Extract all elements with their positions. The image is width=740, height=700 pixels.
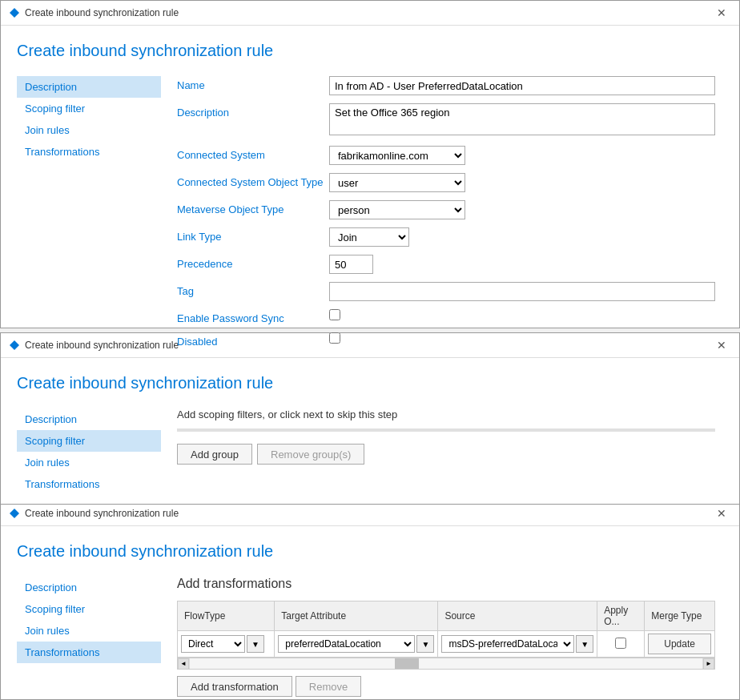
transformations-table-wrapper: FlowType Target Attribute Source Apply O…: [177, 601, 715, 670]
select-source[interactable]: msDS-preferredDataLocation: [441, 635, 574, 653]
cell-source: msDS-preferredDataLocation ▼: [438, 631, 597, 658]
form-row-name: Name: [177, 76, 715, 95]
input-tag[interactable]: [329, 282, 715, 301]
add-transformation-button[interactable]: Add transformation: [177, 676, 292, 697]
label-mv-object-type: Metaverse Object Type: [177, 200, 329, 215]
transformations-heading: Add transformations: [177, 577, 715, 591]
control-description: Set the Office 365 region: [329, 103, 715, 138]
form-row-link-type: Link Type Join: [177, 227, 715, 247]
col-header-apply: Apply O...: [597, 601, 645, 631]
main-layout-3: Description Scoping filter Join rules Tr…: [17, 577, 715, 697]
select-target-attribute[interactable]: preferredDataLocation: [278, 635, 415, 653]
form-row-cs-object-type: Connected System Object Type user: [177, 173, 715, 192]
form-row-description: Description Set the Office 365 region: [177, 103, 715, 138]
sidebar-item-scoping-3[interactable]: Scoping filter: [17, 598, 161, 620]
remove-groups-button[interactable]: Remove group(s): [257, 444, 364, 465]
select-mv-object-type[interactable]: person: [329, 200, 465, 219]
scope-text: Add scoping filters, or click next to sk…: [177, 408, 715, 420]
remove-transformation-button[interactable]: Remove: [296, 676, 361, 697]
label-name: Name: [177, 76, 329, 91]
sidebar-item-transformations-3[interactable]: Transformations: [17, 642, 161, 663]
sidebar-item-join-3[interactable]: Join rules: [17, 620, 161, 642]
select-link-type[interactable]: Join: [329, 227, 409, 247]
label-enable-password-sync: Enable Password Sync: [177, 309, 329, 324]
scroll-track[interactable]: [189, 658, 703, 669]
window-heading-3: Create inbound synchronization rule: [17, 542, 715, 561]
sidebar-item-scoping-1[interactable]: Scoping filter: [17, 98, 161, 119]
sidebar-1: Description Scoping filter Join rules Tr…: [17, 76, 161, 356]
form-row-connected-system: Connected System fabrikamonline.com: [177, 146, 715, 165]
select-cs-object-type[interactable]: user: [329, 173, 465, 192]
flowtype-dropdown-btn[interactable]: ▼: [247, 635, 264, 653]
label-disabled: Disabled: [177, 332, 329, 348]
form-row-disabled: Disabled: [177, 332, 715, 348]
title-bar-left-1: Create inbound synchronization rule: [9, 7, 179, 18]
checkbox-disabled[interactable]: [329, 332, 340, 344]
window-transformations: Create inbound synchronization rule ✕ Cr…: [0, 501, 740, 700]
select-connected-system[interactable]: fabrikamonline.com: [329, 146, 465, 165]
sidebar-item-join-2[interactable]: Join rules: [17, 452, 161, 473]
form-area-2: Add scoping filters, or click next to sk…: [161, 408, 715, 495]
form-row-enable-password-sync: Enable Password Sync: [177, 309, 715, 324]
input-precedence[interactable]: [329, 255, 373, 274]
label-cs-object-type: Connected System Object Type: [177, 173, 329, 188]
window-heading-1: Create inbound synchronization rule: [17, 42, 715, 60]
col-header-flowtype: FlowType: [178, 601, 275, 631]
window-content-3: Create inbound synchronization rule Desc…: [1, 526, 739, 700]
checkbox-enable-password-sync[interactable]: [329, 309, 340, 320]
merge-type-button[interactable]: Update: [648, 634, 711, 654]
scroll-right-btn[interactable]: ►: [703, 658, 714, 670]
control-name: [329, 76, 715, 95]
table-row: Direct ▼ preferredDataLocati: [178, 631, 714, 658]
svg-marker-0: [10, 8, 19, 18]
scope-buttons: Add group Remove group(s): [177, 444, 715, 465]
scroll-thumb: [395, 658, 419, 669]
select-flowtype[interactable]: Direct: [181, 635, 245, 653]
control-tag: [329, 282, 715, 301]
checkbox-apply-once[interactable]: [615, 638, 626, 649]
sidebar-item-description-1[interactable]: Description: [17, 76, 161, 98]
window-description: Create inbound synchronization rule ✕ Cr…: [0, 0, 740, 328]
scope-text-content: Add scoping filters, or click next to sk…: [177, 408, 397, 420]
cell-flowtype: Direct ▼: [178, 631, 275, 658]
col-header-merge: Merge Type: [645, 601, 714, 631]
control-precedence: [329, 255, 715, 274]
close-button-1[interactable]: ✕: [712, 6, 731, 20]
sidebar-item-join-1[interactable]: Join rules: [17, 119, 161, 141]
window-content-2: Create inbound synchronization rule Desc…: [1, 358, 739, 511]
form-area-1: Name Description Set the Office 365 regi…: [161, 76, 715, 356]
add-group-button[interactable]: Add group: [177, 444, 252, 465]
control-cs-object-type: user: [329, 173, 715, 192]
main-layout-1: Description Scoping filter Join rules Tr…: [17, 76, 715, 356]
col-header-target: Target Attribute: [275, 601, 438, 631]
label-description: Description: [177, 103, 329, 119]
label-precedence: Precedence: [177, 255, 329, 270]
col-header-source: Source: [438, 601, 597, 631]
app-icon-1: [9, 7, 20, 18]
horizontal-scrollbar: ◄ ►: [178, 658, 714, 669]
target-cell-content: preferredDataLocation ▼: [278, 635, 434, 653]
source-cell-content: msDS-preferredDataLocation ▼: [441, 635, 593, 653]
input-name[interactable]: [329, 76, 715, 95]
label-connected-system: Connected System: [177, 146, 329, 161]
table-header-row: FlowType Target Attribute Source Apply O…: [178, 601, 714, 631]
textarea-description[interactable]: Set the Office 365 region: [329, 103, 715, 135]
transformation-buttons: Add transformation Remove: [177, 676, 715, 697]
sidebar-3: Description Scoping filter Join rules Tr…: [17, 577, 161, 697]
title-bar-1: Create inbound synchronization rule ✕: [1, 1, 739, 26]
scroll-left-btn[interactable]: ◄: [178, 658, 189, 670]
cell-merge-type: Update: [645, 631, 714, 658]
label-link-type: Link Type: [177, 227, 329, 243]
sidebar-item-scoping-2[interactable]: Scoping filter: [17, 430, 161, 452]
sidebar-2: Description Scoping filter Join rules Tr…: [17, 408, 161, 495]
source-dropdown-btn[interactable]: ▼: [576, 635, 593, 653]
cell-apply-once: [597, 631, 645, 658]
sidebar-item-description-2[interactable]: Description: [17, 408, 161, 430]
control-link-type: Join: [329, 227, 715, 247]
sidebar-item-transformations-2[interactable]: Transformations: [17, 473, 161, 495]
sidebar-item-transformations-1[interactable]: Transformations: [17, 141, 161, 163]
target-dropdown-btn[interactable]: ▼: [416, 635, 434, 653]
sidebar-item-description-3[interactable]: Description: [17, 577, 161, 598]
control-enable-password-sync: [329, 309, 715, 323]
window-title-1: Create inbound synchronization rule: [25, 7, 179, 18]
